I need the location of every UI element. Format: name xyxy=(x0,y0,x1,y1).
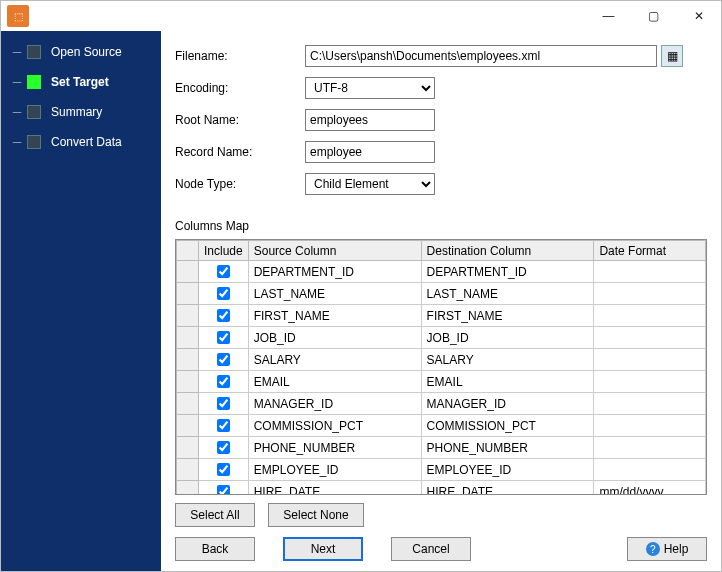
source-cell[interactable]: MANAGER_ID xyxy=(248,393,421,415)
row-header[interactable] xyxy=(177,393,199,415)
rootname-input[interactable] xyxy=(305,109,435,131)
datefmt-cell[interactable] xyxy=(594,393,706,415)
row-header[interactable] xyxy=(177,283,199,305)
row-header[interactable] xyxy=(177,481,199,496)
datefmt-cell[interactable] xyxy=(594,437,706,459)
sidebar-item-summary[interactable]: ─ Summary xyxy=(1,97,161,127)
dest-cell[interactable]: FIRST_NAME xyxy=(421,305,594,327)
next-button[interactable]: Next xyxy=(283,537,363,561)
include-checkbox[interactable] xyxy=(217,265,230,278)
row-header[interactable] xyxy=(177,327,199,349)
wizard-steps-sidebar: ─ Open Source ─ Set Target ─ Summary ─ C… xyxy=(1,31,161,571)
datefmt-cell[interactable] xyxy=(594,459,706,481)
include-checkbox[interactable] xyxy=(217,441,230,454)
dest-cell[interactable]: COMMISSION_PCT xyxy=(421,415,594,437)
table-row[interactable]: PHONE_NUMBERPHONE_NUMBER xyxy=(177,437,706,459)
minimize-button[interactable]: — xyxy=(586,1,631,31)
include-checkbox[interactable] xyxy=(217,419,230,432)
filename-input[interactable] xyxy=(305,45,657,67)
table-row[interactable]: LAST_NAMELAST_NAME xyxy=(177,283,706,305)
include-checkbox[interactable] xyxy=(217,331,230,344)
cancel-button[interactable]: Cancel xyxy=(391,537,471,561)
table-row[interactable]: JOB_IDJOB_ID xyxy=(177,327,706,349)
table-row[interactable]: SALARYSALARY xyxy=(177,349,706,371)
dest-cell[interactable]: EMPLOYEE_ID xyxy=(421,459,594,481)
help-button[interactable]: ?Help xyxy=(627,537,707,561)
datefmt-cell[interactable] xyxy=(594,283,706,305)
datefmt-cell[interactable] xyxy=(594,327,706,349)
source-cell[interactable]: DEPARTMENT_ID xyxy=(248,261,421,283)
select-all-button[interactable]: Select All xyxy=(175,503,255,527)
dest-cell[interactable]: DEPARTMENT_ID xyxy=(421,261,594,283)
col-header-include[interactable]: Include xyxy=(199,241,249,261)
col-header-datefmt[interactable]: Date Format xyxy=(594,241,706,261)
source-cell[interactable]: EMPLOYEE_ID xyxy=(248,459,421,481)
row-header[interactable] xyxy=(177,459,199,481)
include-checkbox[interactable] xyxy=(217,353,230,366)
step-indicator-icon xyxy=(27,75,41,89)
table-row[interactable]: EMAILEMAIL xyxy=(177,371,706,393)
dest-cell[interactable]: HIRE_DATE xyxy=(421,481,594,496)
source-cell[interactable]: HIRE_DATE xyxy=(248,481,421,496)
datefmt-cell[interactable] xyxy=(594,415,706,437)
encoding-select[interactable]: UTF-8 xyxy=(305,77,435,99)
include-checkbox[interactable] xyxy=(217,309,230,322)
dest-cell[interactable]: LAST_NAME xyxy=(421,283,594,305)
source-cell[interactable]: PHONE_NUMBER xyxy=(248,437,421,459)
source-cell[interactable]: EMAIL xyxy=(248,371,421,393)
row-header[interactable] xyxy=(177,349,199,371)
datefmt-cell[interactable] xyxy=(594,349,706,371)
source-cell[interactable]: SALARY xyxy=(248,349,421,371)
app-icon: ⬚ xyxy=(7,5,29,27)
include-checkbox[interactable] xyxy=(217,463,230,476)
tree-connector-icon: ─ xyxy=(7,105,27,119)
datefmt-cell[interactable] xyxy=(594,371,706,393)
step-indicator-icon xyxy=(27,105,41,119)
row-header[interactable] xyxy=(177,371,199,393)
source-cell[interactable]: JOB_ID xyxy=(248,327,421,349)
dest-cell[interactable]: PHONE_NUMBER xyxy=(421,437,594,459)
table-row[interactable]: MANAGER_IDMANAGER_ID xyxy=(177,393,706,415)
table-row[interactable]: FIRST_NAMEFIRST_NAME xyxy=(177,305,706,327)
include-checkbox[interactable] xyxy=(217,375,230,388)
wizard-window: ⬚ — ▢ ✕ ─ Open Source ─ Set Target ─ Sum… xyxy=(0,0,722,572)
source-cell[interactable]: FIRST_NAME xyxy=(248,305,421,327)
dest-cell[interactable]: SALARY xyxy=(421,349,594,371)
columns-grid[interactable]: Include Source Column Destination Column… xyxy=(175,239,707,495)
col-header-source[interactable]: Source Column xyxy=(248,241,421,261)
table-row[interactable]: DEPARTMENT_IDDEPARTMENT_ID xyxy=(177,261,706,283)
datefmt-cell[interactable] xyxy=(594,305,706,327)
source-cell[interactable]: COMMISSION_PCT xyxy=(248,415,421,437)
row-header[interactable] xyxy=(177,415,199,437)
maximize-button[interactable]: ▢ xyxy=(631,1,676,31)
columns-map-label: Columns Map xyxy=(175,219,707,233)
col-header-dest[interactable]: Destination Column xyxy=(421,241,594,261)
close-button[interactable]: ✕ xyxy=(676,1,721,31)
table-row[interactable]: COMMISSION_PCTCOMMISSION_PCT xyxy=(177,415,706,437)
dest-cell[interactable]: JOB_ID xyxy=(421,327,594,349)
back-button[interactable]: Back xyxy=(175,537,255,561)
include-checkbox[interactable] xyxy=(217,485,230,495)
datefmt-cell[interactable]: mm/dd/yyyy xyxy=(594,481,706,496)
row-header[interactable] xyxy=(177,305,199,327)
step-indicator-icon xyxy=(27,135,41,149)
sidebar-item-set-target[interactable]: ─ Set Target xyxy=(1,67,161,97)
browse-file-button[interactable]: ▦ xyxy=(661,45,683,67)
source-cell[interactable]: LAST_NAME xyxy=(248,283,421,305)
dest-cell[interactable]: MANAGER_ID xyxy=(421,393,594,415)
row-header[interactable] xyxy=(177,437,199,459)
recordname-input[interactable] xyxy=(305,141,435,163)
dest-cell[interactable]: EMAIL xyxy=(421,371,594,393)
row-header[interactable] xyxy=(177,261,199,283)
sidebar-item-convert-data[interactable]: ─ Convert Data xyxy=(1,127,161,157)
nodetype-select[interactable]: Child Element xyxy=(305,173,435,195)
table-row[interactable]: EMPLOYEE_IDEMPLOYEE_ID xyxy=(177,459,706,481)
help-icon: ? xyxy=(646,542,660,556)
datefmt-cell[interactable] xyxy=(594,261,706,283)
select-none-button[interactable]: Select None xyxy=(268,503,363,527)
table-row[interactable]: HIRE_DATEHIRE_DATEmm/dd/yyyy xyxy=(177,481,706,496)
sidebar-item-open-source[interactable]: ─ Open Source xyxy=(1,37,161,67)
grid-corner xyxy=(177,241,199,261)
include-checkbox[interactable] xyxy=(217,397,230,410)
include-checkbox[interactable] xyxy=(217,287,230,300)
